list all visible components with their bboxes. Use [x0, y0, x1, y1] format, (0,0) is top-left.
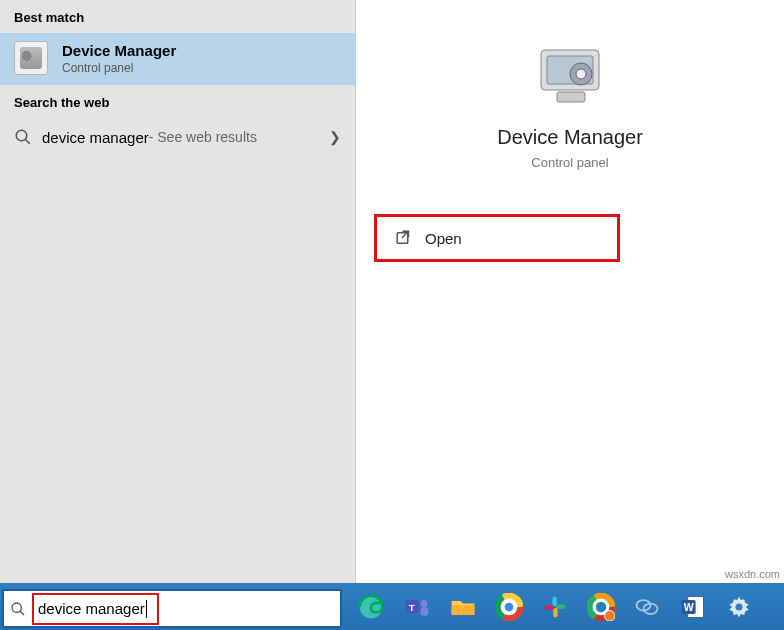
svg-rect-15: [452, 605, 475, 615]
best-match-result[interactable]: Device Manager Control panel: [0, 33, 355, 85]
svg-point-8: [12, 603, 21, 612]
watermark: wsxdn.com: [725, 568, 780, 580]
taskbar-word-icon[interactable]: W: [670, 583, 716, 630]
svg-point-5: [576, 69, 586, 79]
svg-point-13: [421, 600, 428, 607]
best-match-subtitle: Control panel: [62, 61, 176, 75]
search-results-pane: Best match Device Manager Control panel …: [0, 0, 356, 583]
chevron-right-icon: ❯: [329, 129, 341, 145]
svg-point-37: [736, 603, 743, 610]
detail-subtitle: Control panel: [356, 155, 784, 170]
taskbar-edge-icon[interactable]: [348, 583, 394, 630]
result-detail-pane: Device Manager Control panel Open: [356, 0, 784, 583]
svg-rect-14: [421, 607, 429, 616]
taskbar-settings-icon[interactable]: [716, 583, 762, 630]
taskbar-file-explorer-icon[interactable]: [440, 583, 486, 630]
web-result-query: device manager: [42, 129, 149, 146]
taskbar-search-box[interactable]: device manager: [2, 589, 342, 628]
svg-rect-24: [553, 607, 557, 617]
taskbar: device manager T W: [0, 583, 784, 630]
best-match-title: Device Manager: [62, 42, 176, 59]
device-manager-large-icon: [533, 44, 607, 108]
svg-rect-25: [545, 605, 555, 609]
taskbar-teams-icon[interactable]: T: [394, 583, 440, 630]
taskbar-chrome-icon[interactable]: [486, 583, 532, 630]
svg-line-9: [20, 611, 24, 615]
search-icon: [14, 128, 32, 146]
taskbar-chrome-beta-icon[interactable]: [578, 583, 624, 630]
web-result-suffix: - See web results: [149, 129, 257, 145]
search-input-value: device manager: [38, 600, 145, 617]
svg-point-0: [16, 130, 27, 141]
svg-rect-22: [552, 596, 556, 606]
svg-text:T: T: [409, 601, 415, 612]
taskbar-slack-icon[interactable]: [532, 583, 578, 630]
web-result-row[interactable]: device manager - See web results ❯: [0, 118, 355, 156]
svg-rect-6: [557, 92, 585, 102]
svg-point-31: [605, 610, 616, 621]
open-button[interactable]: Open: [374, 214, 620, 262]
svg-text:W: W: [684, 601, 694, 613]
search-icon: [4, 601, 32, 617]
device-manager-icon: [14, 41, 48, 75]
svg-point-30: [596, 601, 607, 612]
detail-title: Device Manager: [356, 126, 784, 149]
search-input-highlight: device manager: [32, 593, 159, 625]
search-web-header: Search the web: [0, 85, 355, 118]
open-label: Open: [425, 230, 462, 247]
open-icon: [395, 229, 413, 247]
svg-rect-23: [556, 604, 566, 608]
taskbar-skype-icon[interactable]: [624, 583, 670, 630]
best-match-header: Best match: [0, 0, 355, 33]
svg-line-1: [25, 139, 30, 144]
